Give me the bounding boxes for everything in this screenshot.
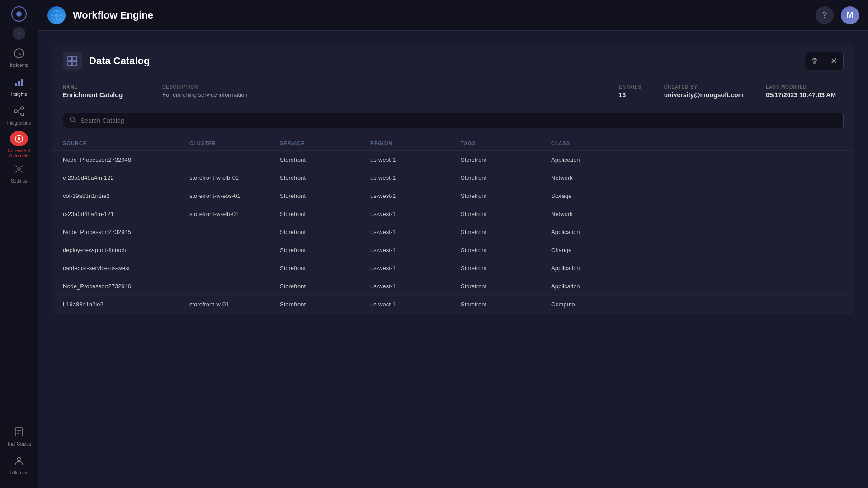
svg-rect-7 (15, 83, 17, 86)
catalog-title: Data Catalog (89, 55, 150, 67)
meta-description-cell: DESCRIPTION For enriching service inform… (151, 78, 608, 105)
svg-rect-31 (68, 61, 72, 66)
help-button[interactable]: ? (816, 6, 834, 24)
cell-source: card-cust-service-us-west (63, 265, 189, 272)
table-row[interactable]: Node_Processor:2732948 Storefront us-wes… (52, 151, 854, 169)
table-row[interactable]: vol-19a83n1n2ie2 storefront-w-ebs-01 Sto… (52, 187, 854, 205)
catalog-icon (63, 52, 82, 70)
sidebar-item-integrations[interactable]: Integrations (3, 102, 35, 129)
sidebar-item-correlate[interactable]: Correlate & Automate (3, 131, 35, 158)
content-area: Data Catalog ✕ NAME Enric (38, 31, 868, 488)
table-body: Node_Processor:2732948 Storefront us-wes… (52, 151, 854, 314)
delete-button[interactable] (805, 52, 824, 70)
talk-to-us-icon (14, 455, 24, 469)
meta-row: NAME Enrichment Catalog DESCRIPTION For … (52, 78, 854, 105)
search-input[interactable] (80, 117, 837, 124)
cell-source: vol-19a83n1n2ie2 (63, 192, 189, 199)
close-button[interactable]: ✕ (824, 52, 843, 70)
cell-source: deploy-new-prod-fintech (63, 247, 189, 253)
cell-cluster: storefront-w-elb-01 (189, 174, 280, 181)
svg-rect-29 (68, 56, 72, 61)
col-cluster: CLUSTER (189, 141, 280, 146)
meta-name-cell: NAME Enrichment Catalog (52, 78, 151, 105)
cell-service: Storefront (280, 283, 370, 290)
table-row[interactable]: c-23a0d48a4m-122 storefront-w-elb-01 Sto… (52, 169, 854, 187)
cell-class: Storage (551, 192, 642, 199)
meta-name-label: NAME (63, 84, 140, 89)
svg-line-14 (17, 111, 21, 114)
app-logo (9, 5, 28, 23)
cell-region: us-west-1 (370, 229, 461, 235)
cell-tags: Storefront (461, 211, 551, 217)
catalog-panel: Data Catalog ✕ NAME Enric (52, 44, 854, 314)
sidebar: › Incidents Insights (0, 0, 38, 488)
meta-modified-cell: LAST MODIFIED 05/17/2023 10:47:03 AM (755, 78, 854, 105)
cell-tags: Storefront (461, 229, 551, 235)
svg-rect-9 (21, 79, 23, 86)
cell-class: Application (551, 156, 642, 163)
table-row[interactable]: c-23a0d48a4m-121 storefront-w-elb-01 Sto… (52, 205, 854, 223)
sidebar-label-settings: Settings (11, 178, 27, 183)
sidebar-item-talk-to-us[interactable]: Talk to us (3, 452, 35, 479)
cell-region: us-west-1 (370, 283, 461, 290)
cell-tags: Storefront (461, 301, 551, 308)
table-header: SOURCE CLUSTER SERVICE REGION TAGS CLASS (52, 136, 854, 151)
sidebar-item-insights[interactable]: Insights (3, 73, 35, 100)
meta-modified-label: LAST MODIFIED (766, 84, 844, 89)
meta-creator-cell: CREATED BY university@moogsoft.com (653, 78, 755, 105)
catalog-header: Data Catalog ✕ (52, 44, 854, 78)
main-area: Workflow Engine ? M Data Catalog (38, 0, 868, 488)
col-extra (642, 141, 844, 146)
cell-region: us-west-1 (370, 247, 461, 253)
table-row[interactable]: i-19a83n1n2ie2 storefront-w-01 Storefron… (52, 296, 854, 314)
cell-service: Storefront (280, 265, 370, 272)
table-row[interactable]: Node_Processor:2732945 Storefront us-wes… (52, 223, 854, 241)
table-row[interactable]: card-cust-service-us-west Storefront us-… (52, 259, 854, 277)
cell-region: us-west-1 (370, 174, 461, 181)
cell-region: us-west-1 (370, 301, 461, 308)
sidebar-label-talk-to-us: Talk to us (9, 470, 28, 475)
cell-tags: Storefront (461, 192, 551, 199)
cell-class: Application (551, 229, 642, 235)
cell-source: Node_Processor:2732946 (63, 283, 189, 290)
trial-guides-icon (14, 427, 24, 440)
search-bar (52, 105, 854, 136)
cell-service: Storefront (280, 156, 370, 163)
cell-source: Node_Processor:2732948 (63, 156, 189, 163)
incidents-icon (14, 48, 24, 61)
cell-region: us-west-1 (370, 156, 461, 163)
svg-point-10 (14, 110, 17, 113)
meta-name-value: Enrichment Catalog (63, 91, 140, 99)
cell-class: Network (551, 174, 642, 181)
cell-cluster: storefront-w-elb-01 (189, 211, 280, 217)
svg-point-12 (21, 113, 24, 116)
catalog-table: SOURCE CLUSTER SERVICE REGION TAGS CLASS… (52, 136, 854, 314)
sidebar-item-settings[interactable]: Settings (3, 160, 35, 187)
sidebar-collapse-button[interactable]: › (13, 27, 25, 40)
table-row[interactable]: Node_Processor:2732946 Storefront us-wes… (52, 277, 854, 296)
search-input-wrap (63, 113, 844, 128)
sidebar-label-integrations: Integrations (7, 121, 31, 126)
cell-tags: Storefront (461, 174, 551, 181)
sidebar-label-correlate: Correlate & Automate (3, 148, 35, 158)
catalog-actions: ✕ (805, 52, 844, 70)
sidebar-item-trial-guides[interactable]: Trial Guides (3, 423, 35, 450)
cell-class: Application (551, 265, 642, 272)
sidebar-item-incidents[interactable]: Incidents (3, 44, 35, 71)
svg-rect-32 (73, 61, 77, 66)
svg-line-13 (17, 108, 21, 111)
cell-service: Storefront (280, 174, 370, 181)
col-tags: TAGS (461, 141, 551, 146)
cell-class: Change (551, 247, 642, 253)
cell-cluster: storefront-w-ebs-01 (189, 192, 280, 199)
meta-desc-value: For enriching service information (162, 91, 597, 98)
user-avatar[interactable]: M (841, 6, 859, 24)
table-row[interactable]: deploy-new-prod-fintech Storefront us-we… (52, 241, 854, 259)
integrations-icon (14, 106, 24, 119)
settings-icon (14, 164, 24, 177)
cell-service: Storefront (280, 247, 370, 253)
svg-point-22 (17, 457, 21, 461)
col-service: SERVICE (280, 141, 370, 146)
sidebar-nav: Incidents Insights (0, 44, 38, 423)
svg-point-24 (55, 14, 58, 17)
